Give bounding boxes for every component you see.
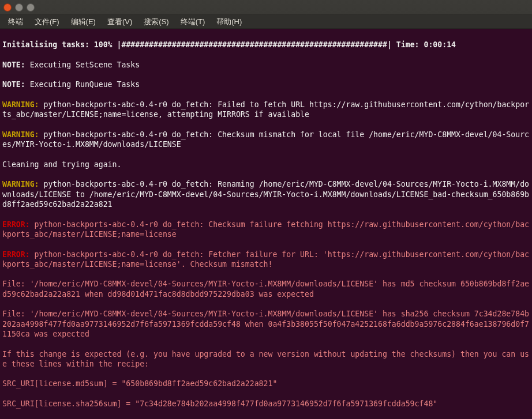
maximize-icon[interactable] (27, 3, 35, 12)
init-time: | Time: 0:00:14 (387, 40, 456, 49)
error-detail: File: '/home/eric/MYD-C8MMX-devel/04-Sou… (2, 279, 530, 299)
warning-label: WARNING: (2, 130, 39, 139)
warning-label: WARNING: (2, 180, 39, 188)
error-label: ERROR: (2, 250, 30, 259)
menu-item-terminal[interactable]: 终端 (2, 15, 29, 28)
note-label: NOTE: (2, 80, 25, 89)
error-text: python-backports-abc-0.4-r0 do_fetch: Ch… (2, 220, 529, 239)
terminal-output[interactable]: Initialising tasks: 100% |##############… (0, 29, 532, 419)
error-detail: If this change is expected (e.g. you hav… (2, 349, 530, 369)
window-title-bar (0, 0, 532, 15)
note-text: Executing SetScene Tasks (25, 61, 140, 69)
warning-label: WARNING: (2, 100, 39, 109)
progress-bar: ########################################… (121, 40, 387, 49)
menu-item-terminal2[interactable]: 终端(T) (175, 15, 211, 28)
error-text: python-backports-abc-0.4-r0 do_fetch: Fe… (2, 250, 529, 269)
menu-item-file[interactable]: 文件(F) (29, 15, 65, 28)
menu-item-help[interactable]: 帮助(H) (211, 15, 248, 28)
error-detail: File: '/home/eric/MYD-C8MMX-devel/04-Sou… (2, 309, 530, 339)
menu-item-view[interactable]: 查看(V) (102, 15, 138, 28)
warning-text: python-backports-abc-0.4-r0 do_fetch: Fa… (2, 100, 529, 119)
init-text: Initialising tasks: 100% | (2, 40, 121, 49)
menu-item-edit[interactable]: 编辑(E) (65, 15, 102, 28)
warning-cont: Cleaning and trying again. (2, 160, 530, 169)
note-label: NOTE: (2, 61, 25, 69)
minimize-icon[interactable] (15, 3, 23, 12)
note-text: Executing RunQueue Tasks (25, 80, 140, 89)
menu-item-search[interactable]: 搜索(S) (138, 15, 174, 28)
error-detail: SRC_URI[license.sha256sum] = "7c34d28e78… (2, 399, 530, 409)
error-detail: SRC_URI[license.md5sum] = "650b869bd8ff2… (2, 379, 530, 388)
close-icon[interactable] (3, 3, 12, 12)
menu-bar: 终端 文件(F) 编辑(E) 查看(V) 搜索(S) 终端(T) 帮助(H) (0, 15, 532, 29)
error-label: ERROR: (2, 220, 30, 229)
warning-text: python-backports-abc-0.4-r0 do_fetch: Re… (2, 180, 529, 209)
warning-text: python-backports-abc-0.4-r0 do_fetch: Ch… (2, 130, 529, 149)
